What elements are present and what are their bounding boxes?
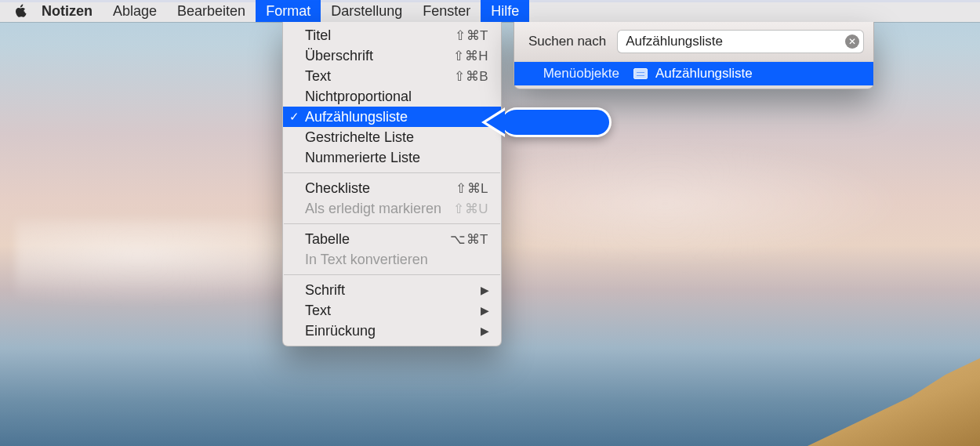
menu-item-einrueckung[interactable]: Einrückung ▶: [283, 321, 501, 341]
menu-item-aufzaehlungsliste[interactable]: ✓ Aufzählungsliste: [283, 107, 501, 127]
menu-item-shortcut: ⇧⌘H: [453, 48, 488, 64]
format-menu-dropdown: Titel ⇧⌘T Überschrift ⇧⌘H Text ⇧⌘B Nicht…: [282, 22, 502, 346]
menu-item-nummerierte-liste[interactable]: Nummerierte Liste: [283, 147, 501, 168]
menu-item-label: Aufzählungsliste: [305, 109, 488, 125]
help-popover: Suchen nach ✕ Menüobjekte Aufzählungslis…: [514, 22, 874, 89]
menu-item-shortcut: ⇧⌘B: [454, 68, 488, 85]
menu-item-label: Checkliste: [305, 180, 456, 197]
menu-format[interactable]: Format: [256, 0, 321, 22]
menu-app-name[interactable]: Notizen: [31, 0, 103, 22]
help-result-row[interactable]: Menüobjekte Aufzählungsliste: [514, 62, 873, 85]
help-search-row: Suchen nach ✕: [514, 22, 873, 62]
help-search-label: Suchen nach: [528, 34, 606, 49]
help-result: Aufzählungsliste: [633, 66, 753, 82]
menu-item-label: Text: [305, 303, 481, 319]
menubar: Notizen Ablage Bearbeiten Format Darstel…: [0, 0, 980, 22]
menu-item-label: Gestrichelte Liste: [305, 129, 488, 146]
menu-item-label: Titel: [305, 27, 455, 44]
menu-item-tabelle[interactable]: Tabelle ⌥⌘T: [283, 229, 501, 249]
menu-item-checkliste[interactable]: Checkliste ⇧⌘L: [283, 178, 501, 198]
menu-item-nichtproportional[interactable]: Nichtproportional: [283, 86, 501, 107]
chevron-right-icon: ▶: [481, 325, 488, 337]
highlight-callout: [502, 107, 612, 137]
menu-separator: [284, 172, 500, 173]
menu-fenster[interactable]: Fenster: [412, 0, 481, 22]
clear-search-icon[interactable]: ✕: [845, 34, 859, 49]
help-search-wrap: ✕: [617, 30, 864, 53]
menu-item-label: Überschrift: [305, 48, 453, 64]
menu-item-label: In Text konvertieren: [305, 252, 488, 268]
menu-item-schrift[interactable]: Schrift ▶: [283, 280, 501, 300]
menu-item-label: Einrückung: [305, 323, 481, 339]
menu-item-gestrichelte-liste[interactable]: Gestrichelte Liste: [283, 127, 501, 147]
help-search-input[interactable]: [617, 30, 864, 53]
menu-item-text-style[interactable]: Text ⇧⌘B: [283, 66, 501, 86]
list-icon: [633, 68, 648, 79]
checkmark-icon: ✓: [289, 110, 299, 124]
menu-item-label: Als erledigt markieren: [305, 201, 453, 217]
menu-hilfe[interactable]: Hilfe: [481, 0, 529, 22]
menu-item-als-erledigt: Als erledigt markieren ⇧⌘U: [283, 198, 501, 219]
menu-item-label: Tabelle: [305, 231, 450, 248]
menu-item-shortcut: ⌥⌘T: [450, 231, 488, 248]
help-result-category: Menüobjekte: [525, 66, 619, 82]
menu-ablage[interactable]: Ablage: [103, 0, 167, 22]
chevron-right-icon: ▶: [481, 304, 488, 317]
menu-item-label: Nichtproportional: [305, 89, 488, 105]
menu-item-ueberschrift[interactable]: Überschrift ⇧⌘H: [283, 45, 501, 66]
menu-separator: [284, 223, 500, 224]
menu-bearbeiten[interactable]: Bearbeiten: [167, 0, 256, 22]
menu-item-shortcut: ⇧⌘T: [455, 27, 488, 44]
menu-item-titel[interactable]: Titel ⇧⌘T: [283, 25, 501, 45]
menu-darstellung[interactable]: Darstellung: [321, 0, 412, 22]
menu-item-shortcut: ⇧⌘U: [453, 201, 488, 217]
menu-item-label: Nummerierte Liste: [305, 150, 488, 166]
menu-item-shortcut: ⇧⌘L: [456, 180, 488, 197]
chevron-right-icon: ▶: [481, 284, 488, 296]
apple-menu-icon[interactable]: [11, 0, 31, 22]
menu-separator: [284, 274, 500, 275]
menu-item-in-text-konvertieren: In Text konvertieren: [283, 249, 501, 270]
menu-item-label: Text: [305, 68, 454, 85]
menu-item-label: Schrift: [305, 282, 481, 299]
menu-item-text-submenu[interactable]: Text ▶: [283, 300, 501, 321]
help-result-label: Aufzählungsliste: [655, 66, 753, 82]
